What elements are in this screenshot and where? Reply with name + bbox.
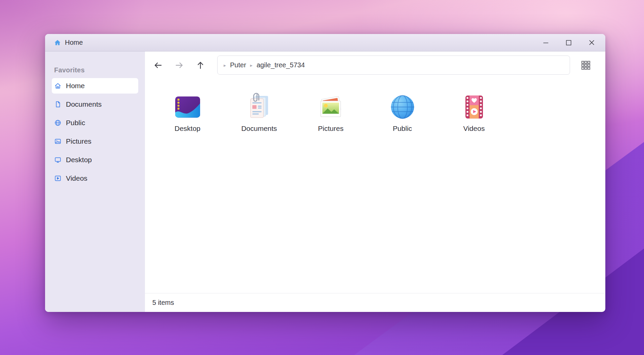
favorites-heading: Favorites xyxy=(54,66,145,74)
sidebar-item-label: Home xyxy=(66,82,85,90)
video-icon xyxy=(54,175,62,182)
desktop-folder-icon xyxy=(173,92,202,122)
sidebar-item-label: Videos xyxy=(66,174,87,182)
sidebar-item-label: Pictures xyxy=(66,137,91,145)
back-button[interactable] xyxy=(151,59,165,72)
window-controls xyxy=(541,38,597,48)
sidebar-item-desktop[interactable]: Desktop xyxy=(52,152,138,168)
items-count: 5 items xyxy=(152,299,174,307)
sidebar-item-videos[interactable]: Videos xyxy=(52,171,138,186)
chevron-right-icon: ▸ xyxy=(250,63,253,68)
maximize-button[interactable] xyxy=(564,38,574,48)
up-button[interactable] xyxy=(194,59,207,72)
sidebar-item-label: Desktop xyxy=(66,156,92,164)
file-item-public[interactable]: Public xyxy=(367,92,438,133)
window-title: Home xyxy=(65,39,83,46)
documents-folder-icon xyxy=(244,92,274,122)
file-item-documents[interactable]: Documents xyxy=(223,92,295,133)
public-globe-icon xyxy=(388,92,417,122)
file-item-pictures[interactable]: Pictures xyxy=(295,92,367,133)
globe-icon xyxy=(54,119,62,127)
file-item-videos[interactable]: Videos xyxy=(438,92,510,133)
sidebar-item-documents[interactable]: Documents xyxy=(52,97,138,112)
pictures-folder-icon xyxy=(316,92,346,122)
window-body: Favorites Home Documents xyxy=(45,51,605,312)
sidebar-item-label: Public xyxy=(66,119,85,127)
breadcrumb-item-current-folder[interactable]: agile_tree_5734 xyxy=(257,61,305,69)
breadcrumb-item-puter[interactable]: Puter xyxy=(230,61,246,69)
grid-view-button[interactable] xyxy=(578,58,593,73)
desktop-wallpaper[interactable]: Home Favorites xyxy=(0,0,644,355)
sidebar-item-label: Documents xyxy=(66,100,102,108)
minimize-button[interactable] xyxy=(541,38,551,48)
sidebar-item-public[interactable]: Public xyxy=(52,115,138,131)
sidebar-item-pictures[interactable]: Pictures xyxy=(52,134,138,149)
forward-button[interactable] xyxy=(173,59,186,72)
file-label: Desktop xyxy=(175,125,200,133)
monitor-icon xyxy=(54,156,62,164)
home-icon xyxy=(54,82,62,90)
file-label: Public xyxy=(393,125,412,133)
file-label: Pictures xyxy=(318,125,344,133)
videos-film-icon xyxy=(459,92,489,122)
status-bar: 5 items xyxy=(145,293,605,312)
breadcrumb: ▸ Puter ▸ agile_tree_5734 xyxy=(217,56,570,75)
titlebar-left: Home xyxy=(54,39,83,46)
sidebar-item-home[interactable]: Home xyxy=(52,78,138,94)
window-titlebar[interactable]: Home xyxy=(45,34,605,51)
sidebar: Favorites Home Documents xyxy=(45,51,145,312)
file-item-desktop[interactable]: Desktop xyxy=(152,92,223,133)
home-icon xyxy=(54,39,61,46)
picture-icon xyxy=(54,138,62,145)
document-icon xyxy=(54,101,62,108)
file-label: Videos xyxy=(463,125,485,133)
file-manager-window: Home Favorites xyxy=(45,34,605,312)
file-label: Documents xyxy=(241,125,277,133)
main-pane: ▸ Puter ▸ agile_tree_5734 xyxy=(145,51,605,312)
toolbar: ▸ Puter ▸ agile_tree_5734 xyxy=(145,51,605,79)
close-button[interactable] xyxy=(586,38,597,48)
file-grid: Desktop xyxy=(145,79,605,293)
chevron-right-icon: ▸ xyxy=(224,63,226,68)
